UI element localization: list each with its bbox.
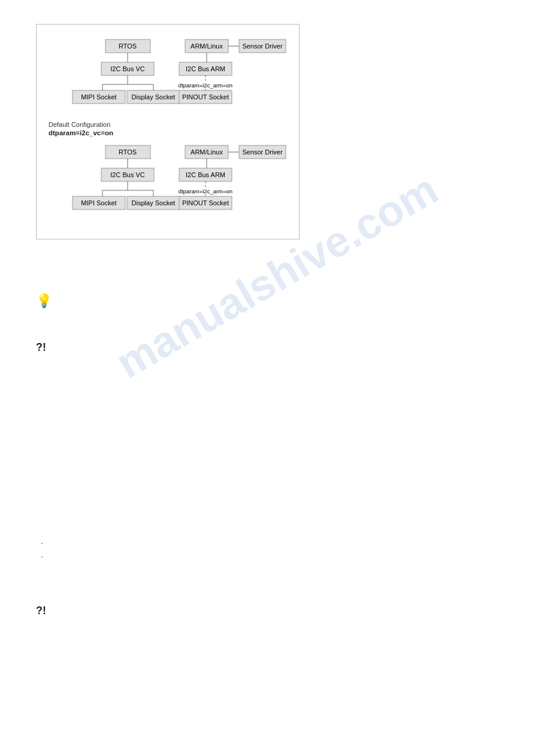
question-mark-1: ?! — [36, 341, 499, 354]
page: RTOS I2C Bus VC MIPI Socket Disp — [0, 0, 535, 756]
dtparam-arm-label-1: dtparam=i2c_arm=on — [179, 82, 232, 89]
display-socket-label-1: Display Socket — [132, 93, 176, 101]
pinout-socket-label-2: PINOUT Socket — [182, 199, 229, 207]
diagram-section-2: RTOS I2C Bus VC MIPI Socket Display Sock… — [49, 142, 287, 216]
diagram-container: RTOS I2C Bus VC MIPI Socket Disp — [36, 24, 300, 239]
bullet-item-1: · — [41, 536, 499, 549]
i2c-arm-label-2: I2C Bus ARM — [186, 171, 225, 178]
diagram-svg-1: RTOS I2C Bus VC MIPI Socket Disp — [49, 37, 288, 108]
bullet-item-2: · — [41, 549, 499, 563]
arm-linux-label-1: ARM/Linux — [191, 42, 223, 50]
diagram-section-1: RTOS I2C Bus VC MIPI Socket Disp — [49, 37, 287, 110]
rtos-label-1: RTOS — [119, 42, 137, 50]
pinout-socket-label-1: PINOUT Socket — [182, 93, 229, 101]
dtparam-arm-label-2: dtparam=i2c_arm=on — [179, 188, 232, 195]
mipi-socket-label-2: MIPI Socket — [81, 199, 116, 207]
default-config-label: Default Configuration — [49, 121, 287, 128]
mipi-socket-label-1: MIPI Socket — [81, 93, 116, 101]
dtparam-label: dtparam=i2c_vc=on — [49, 129, 287, 136]
display-socket-label-2: Display Socket — [132, 199, 176, 207]
sensor-driver-label-1: Sensor Driver — [242, 42, 283, 50]
tip-icon: 💡 — [36, 293, 499, 309]
sensor-driver-label-2: Sensor Driver — [242, 148, 283, 156]
i2c-arm-label-1: I2C Bus ARM — [186, 65, 225, 72]
lightbulb-icon: 💡 — [36, 293, 52, 308]
arm-linux-label-2: ARM/Linux — [191, 148, 223, 156]
rtos-label-2: RTOS — [119, 148, 137, 156]
i2c-vc-label-2: I2C Bus VC — [110, 171, 145, 178]
i2c-vc-label-1: I2C Bus VC — [110, 65, 145, 72]
bullet-list: · · — [41, 536, 499, 564]
diagram-svg-2: RTOS I2C Bus VC MIPI Socket Display Sock… — [49, 142, 288, 214]
question-mark-2: ?! — [36, 605, 499, 617]
